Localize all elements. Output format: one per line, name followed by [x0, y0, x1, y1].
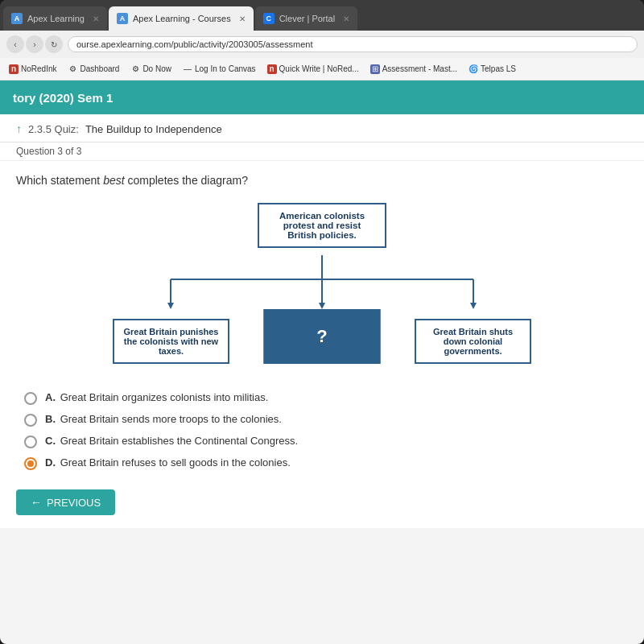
radio-d-fill	[27, 460, 34, 467]
previous-button[interactable]: ← PREVIOUS	[16, 489, 115, 515]
svg-marker-5	[319, 303, 325, 309]
forward-button[interactable]: ›	[26, 35, 43, 53]
radio-b[interactable]	[24, 414, 37, 427]
quiz-header: ↑ 2.3.5 Quiz: The Buildup to Independenc…	[0, 114, 644, 142]
bookmark-telpas[interactable]: 🌀 Telpas LS	[464, 63, 520, 76]
diagram-bottom-right: Great Britain shuts down colonial govern…	[415, 319, 531, 364]
radio-a[interactable]	[24, 392, 37, 405]
address-bar-row: ‹ › ↻ ourse.apexlearning.com/public/acti…	[0, 31, 644, 58]
question-text: Which statement best completes the diagr…	[0, 161, 644, 195]
bookmark-canvas[interactable]: — Log In to Canvas	[179, 63, 260, 76]
quiz-section-label: 2.3.5 Quiz:	[28, 123, 79, 135]
question-count: Question 3 of 3	[0, 142, 644, 161]
svg-marker-7	[470, 303, 477, 309]
bookmark-noredink[interactable]: n NoRedInk	[5, 63, 60, 76]
tab-apex-learning-courses[interactable]: A Apex Learning - Courses ✕	[109, 6, 254, 31]
bookmark-donow[interactable]: ⚙ Do Now	[126, 63, 175, 76]
bookmarks-bar: n NoRedInk ⚙ Dashboard ⚙ Do Now — Log In…	[0, 58, 644, 80]
answer-choices: A. Great Britain organizes colonists int…	[0, 380, 644, 481]
diagram-container: American colonists protest and resist Br…	[113, 203, 531, 364]
bookmark-quickwrite[interactable]: n Quick Write | NoRed...	[263, 63, 363, 76]
bookmark-assessment[interactable]: ⊞ Assessment - Mast...	[366, 63, 461, 76]
tab-apex-learning[interactable]: A Apex Learning ✕	[3, 6, 107, 31]
radio-d[interactable]	[24, 457, 37, 470]
content-area: ↑ 2.3.5 Quiz: The Buildup to Independenc…	[0, 114, 644, 644]
tab-clever-portal[interactable]: C Clever | Portal ✕	[255, 6, 358, 31]
tab-bar: A Apex Learning ✕ A Apex Learning - Cour…	[0, 0, 644, 31]
answer-option-d[interactable]: D. Great Britain refuses to sell goods i…	[24, 456, 620, 470]
diagram-bottom-center: ?	[264, 309, 381, 364]
bookmark-dashboard[interactable]: ⚙ Dashboard	[64, 63, 123, 76]
diagram-area: American colonists protest and resist Br…	[0, 195, 644, 380]
diagram-top-box: American colonists protest and resist Br…	[258, 203, 386, 248]
previous-button-area: ← PREVIOUS	[0, 481, 644, 528]
svg-marker-3	[167, 303, 174, 309]
radio-c[interactable]	[24, 436, 37, 448]
answer-option-a[interactable]: A. Great Britain organizes colonists int…	[24, 391, 620, 405]
apex-course-header: tory (2020) Sem 1	[0, 80, 644, 114]
nav-buttons: ‹ › ↻	[6, 35, 63, 53]
answer-option-c[interactable]: C. Great Britain establishes the Contine…	[24, 435, 620, 448]
diagram-bottom-left: Great Britain punishes the colonists wit…	[113, 319, 229, 364]
tab-close-1[interactable]: ✕	[239, 14, 246, 23]
back-button[interactable]: ‹	[6, 35, 24, 53]
tab-close-0[interactable]: ✕	[93, 14, 99, 23]
address-input[interactable]: ourse.apexlearning.com/public/activity/2…	[68, 36, 638, 52]
tab-close-2[interactable]: ✕	[343, 14, 349, 23]
answer-option-b[interactable]: B. Great Britain sends more troops to th…	[24, 413, 620, 427]
refresh-button[interactable]: ↻	[45, 35, 63, 53]
quiz-section-title: The Buildup to Independence	[85, 123, 222, 135]
